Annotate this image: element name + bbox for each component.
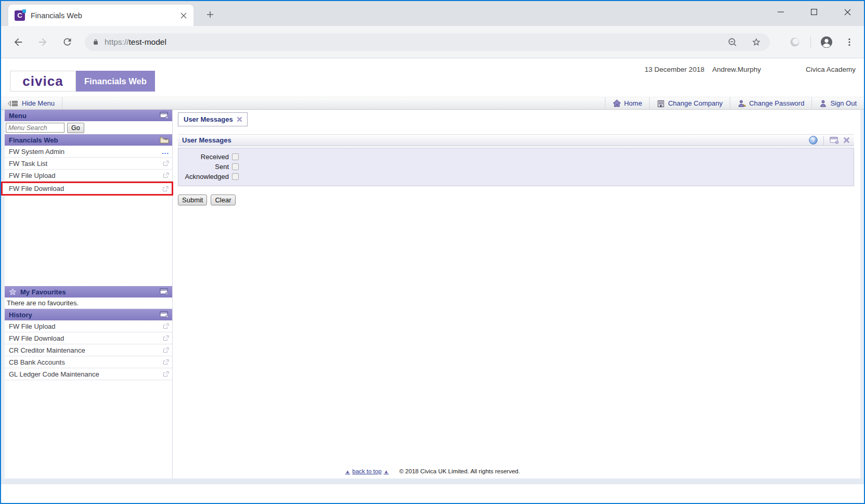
history-item-label: GL Ledger Code Maintenance xyxy=(9,370,99,378)
favourites-panel-header: My Favourites xyxy=(5,286,172,298)
popout-icon[interactable] xyxy=(163,347,169,353)
acknowledged-checkbox[interactable] xyxy=(232,173,239,180)
sidebar-item-fw-system-admin[interactable]: FW System Admin ... xyxy=(5,146,172,158)
back-icon[interactable] xyxy=(11,35,25,49)
home-icon xyxy=(613,99,621,107)
history-item-fw-file-upload[interactable]: FW File Upload xyxy=(5,320,172,332)
hide-menu-button[interactable]: Hide Menu xyxy=(1,97,62,109)
history-item-cr-creditor-maintenance[interactable]: CR Creditor Maintenance xyxy=(5,344,172,356)
favicon-notification-dot xyxy=(22,9,26,13)
user-messages-panel-header: User Messages ? xyxy=(178,134,854,146)
history-item-label: CB Bank Accounts xyxy=(9,358,65,366)
help-icon[interactable]: ? xyxy=(809,136,818,145)
sidebar-item-fw-task-list[interactable]: FW Task List xyxy=(5,158,172,170)
forward-icon[interactable] xyxy=(36,35,49,49)
app-header: civica Financials Web 13 December 2018 A… xyxy=(1,58,864,97)
tab-user-messages-label: User Messages xyxy=(184,115,233,123)
reload-icon[interactable] xyxy=(60,35,74,49)
profile-avatar-icon[interactable] xyxy=(819,35,834,49)
sidebar-item-fw-file-upload[interactable]: FW File Upload xyxy=(5,170,172,182)
civica-logo: civica xyxy=(10,71,76,92)
person-key-icon xyxy=(738,100,746,107)
history-item-cb-bank-accounts[interactable]: CB Bank Accounts xyxy=(5,356,172,368)
maximize-icon[interactable] xyxy=(797,1,831,23)
session-company: Civica Academy xyxy=(806,66,856,73)
page-body: Menu Go Financials Web xyxy=(1,110,864,479)
main-content: User Messages User Messages ? xyxy=(173,110,860,479)
submit-button[interactable]: Submit xyxy=(178,195,207,205)
collapse-panel-icon[interactable] xyxy=(160,112,169,119)
favourites-empty-message: There are no favourites. xyxy=(5,298,172,309)
sidebar-item-label: FW Task List xyxy=(9,160,47,167)
menu-search-input[interactable] xyxy=(6,123,64,133)
financials-web-section-header: Financials Web xyxy=(5,134,172,146)
tab-close-icon[interactable] xyxy=(237,117,242,122)
menu-search-go-button[interactable]: Go xyxy=(67,123,84,133)
history-item-gl-ledger-code-maintenance[interactable]: GL Ledger Code Maintenance xyxy=(5,368,172,380)
clear-button[interactable]: Clear xyxy=(211,195,235,205)
menu-panel-title: Menu xyxy=(9,112,27,120)
browser-window: C Financials Web xyxy=(0,0,865,504)
tab-user-messages[interactable]: User Messages xyxy=(178,112,248,126)
lock-icon[interactable] xyxy=(92,38,99,46)
back-to-top-label: back to top xyxy=(352,468,381,474)
bookmark-star-icon[interactable] xyxy=(750,36,763,48)
back-to-top-link[interactable]: ▲back to top▲ xyxy=(345,468,389,474)
building-icon xyxy=(657,100,665,107)
address-bar[interactable]: https://test-model xyxy=(85,33,770,51)
extension-icon[interactable] xyxy=(787,35,802,49)
popout-icon[interactable] xyxy=(163,359,169,365)
sidebar-item-label: FW File Upload xyxy=(9,172,56,179)
popout-icon[interactable] xyxy=(163,335,169,341)
history-item-fw-file-download[interactable]: FW File Download xyxy=(5,332,172,344)
page-footer: ▲back to top▲ © 2018 Civica UK Limited. … xyxy=(1,468,864,474)
tab-close-icon[interactable] xyxy=(179,11,188,20)
popout-icon[interactable] xyxy=(163,323,169,329)
history-item-label: FW File Download xyxy=(9,334,64,342)
zoom-out-icon[interactable] xyxy=(726,36,739,48)
session-username: Andrew.Murphy xyxy=(712,66,761,73)
change-password-button[interactable]: Change Password xyxy=(730,97,811,109)
browser-tab-financials-web[interactable]: C Financials Web xyxy=(8,5,193,26)
sign-out-label: Sign Out xyxy=(830,99,857,107)
panel-title: User Messages xyxy=(182,136,231,144)
toolbar-divider xyxy=(810,37,811,47)
logo-group: civica Financials Web xyxy=(10,71,155,92)
favicon-letter: C xyxy=(17,11,22,19)
app-title-badge: Financials Web xyxy=(76,71,155,92)
folder-collapse-icon[interactable] xyxy=(160,136,169,144)
panel-header-divider xyxy=(823,136,824,145)
received-checkbox[interactable] xyxy=(232,153,239,160)
expand-dots-icon[interactable]: ... xyxy=(162,148,169,156)
collapse-panel-icon[interactable] xyxy=(160,288,169,295)
close-panel-icon[interactable] xyxy=(843,137,850,144)
history-panel-header: History xyxy=(5,309,172,320)
new-tab-icon[interactable] xyxy=(205,9,215,20)
toolbar-right xyxy=(779,35,857,49)
filter-label: Acknowledged xyxy=(178,173,232,180)
page-bottom-strip xyxy=(1,479,864,484)
browser-menu-icon[interactable] xyxy=(842,35,857,49)
home-label: Home xyxy=(624,99,642,107)
change-company-button[interactable]: Change Company xyxy=(649,97,730,109)
popout-window-icon[interactable] xyxy=(830,137,839,144)
popout-icon[interactable] xyxy=(162,186,169,192)
url-scheme: https:// xyxy=(105,37,129,46)
sign-out-button[interactable]: Sign Out xyxy=(811,97,864,109)
sent-checkbox[interactable] xyxy=(232,163,239,170)
sidebar-item-fw-file-download[interactable]: FW File Download xyxy=(1,182,173,196)
right-gutter xyxy=(860,110,864,479)
navbar-spacer xyxy=(62,97,605,109)
popout-icon[interactable] xyxy=(163,172,169,178)
filter-row-sent: Sent xyxy=(178,162,854,171)
filter-row-received: Received xyxy=(178,152,854,161)
sidebar-empty-space xyxy=(5,196,172,286)
collapse-panel-icon[interactable] xyxy=(160,311,169,318)
minimize-icon[interactable] xyxy=(764,1,797,23)
hide-menu-icon xyxy=(7,100,19,107)
sidebar: Menu Go Financials Web xyxy=(5,110,173,479)
popout-icon[interactable] xyxy=(163,160,169,166)
popout-icon[interactable] xyxy=(163,371,169,377)
home-button[interactable]: Home xyxy=(605,97,650,109)
close-window-icon[interactable] xyxy=(831,1,864,23)
